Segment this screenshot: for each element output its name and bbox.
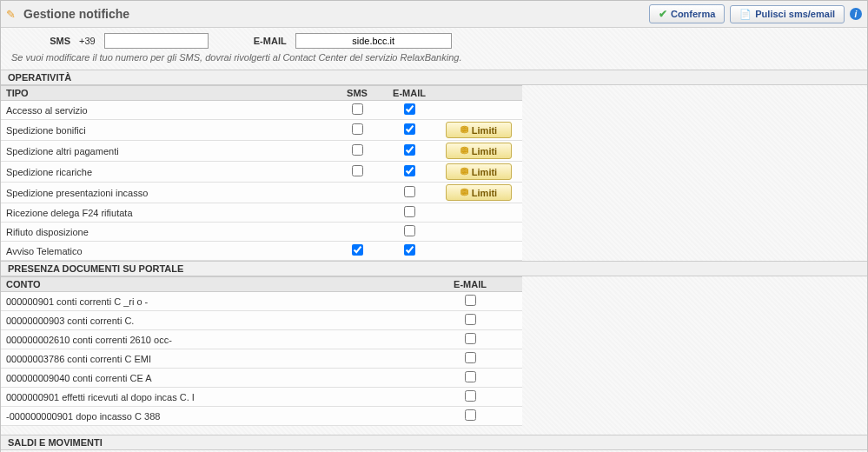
sms-prefix: +39 [79, 36, 96, 46]
helper-text: Se vuoi modificare il tuo numero per gli… [1, 50, 867, 70]
coins-icon: ⛃ [461, 166, 468, 177]
table-row: Spedizione altri pagamenti⛃Limiti [1, 141, 522, 162]
operativita-table: TIPO SMS E-MAIL Accesso al servizioSpedi… [1, 85, 522, 261]
table-row: 0000000901 effetti ricevuti al dopo inca… [1, 388, 522, 407]
tipo-cell: Avviso Telematico [1, 242, 331, 261]
table-row: 000000002610 conti correnti 2610 occ- [1, 330, 522, 349]
sms-checkbox[interactable] [352, 123, 363, 135]
table-row: 000000009040 conti correnti CE A [1, 369, 522, 388]
email-checkbox[interactable] [404, 123, 415, 135]
email-checkbox[interactable] [404, 206, 415, 217]
email-checkbox[interactable] [404, 165, 415, 176]
conto-cell: 00000003786 conti correnti C EMI [1, 349, 418, 369]
table-row: Accesso al servizio [1, 101, 522, 120]
email-label: E-MAIL [235, 36, 287, 46]
col-email: E-MAIL [383, 86, 435, 101]
email-cell [418, 407, 522, 426]
email-checkbox[interactable] [465, 390, 476, 402]
email-cell [383, 120, 435, 141]
col-email-presenza: E-MAIL [418, 277, 522, 292]
email-input[interactable] [295, 33, 452, 49]
table-row: Spedizione ricariche⛃Limiti [1, 162, 522, 183]
table-row: Rifiuto disposizione [1, 223, 522, 242]
section-presenza: PRESENZA DOCUMENTI SU PORTALE [1, 261, 867, 276]
sms-input[interactable] [104, 33, 209, 49]
email-checkbox[interactable] [465, 314, 476, 325]
sms-label: SMS [10, 36, 70, 46]
conto-cell: 000000009040 conti correnti CE A [1, 369, 418, 388]
limiti-button[interactable]: ⛃Limiti [446, 163, 512, 180]
contact-row: SMS +39 E-MAIL [1, 28, 867, 50]
sms-cell [331, 223, 383, 242]
sms-checkbox[interactable] [352, 165, 363, 176]
tipo-cell: Rifiuto disposizione [1, 223, 331, 242]
sms-cell [331, 120, 383, 141]
limiti-button[interactable]: ⛃Limiti [446, 184, 512, 201]
action-cell [435, 203, 522, 223]
email-cell [383, 183, 435, 203]
check-icon: ✔ [659, 8, 667, 20]
email-checkbox[interactable] [404, 103, 415, 115]
limiti-button[interactable]: ⛃Limiti [446, 122, 512, 138]
email-checkbox[interactable] [465, 371, 476, 382]
col-sms: SMS [331, 86, 383, 101]
action-cell [435, 223, 522, 242]
table-row: -000000000901 dopo incasso C 388 [1, 407, 522, 426]
email-cell [383, 242, 435, 261]
tipo-cell: Spedizione bonifici [1, 120, 331, 141]
sms-checkbox[interactable] [352, 103, 363, 115]
tipo-cell: Ricezione delega F24 rifiutata [1, 203, 331, 223]
sms-checkbox[interactable] [352, 244, 363, 256]
info-icon[interactable]: i [850, 8, 862, 20]
action-cell [435, 242, 522, 261]
confirm-button[interactable]: ✔ Conferma [649, 4, 725, 23]
coins-icon: ⛃ [461, 187, 468, 198]
limiti-button[interactable]: ⛃Limiti [446, 143, 512, 159]
col-action [435, 86, 522, 101]
clear-label: Pulisci sms/email [755, 9, 835, 19]
edit-icon [6, 8, 18, 20]
clear-button[interactable]: 📄 Pulisci sms/email [730, 5, 845, 23]
sms-checkbox[interactable] [352, 144, 363, 156]
conto-cell: 00000000903 conti correnti C. [1, 311, 418, 330]
table-row: Spedizione bonifici⛃Limiti [1, 120, 522, 141]
action-cell: ⛃Limiti [435, 120, 522, 141]
page-header: Gestione notifiche ✔ Conferma 📄 Pulisci … [1, 1, 867, 28]
tipo-cell: Spedizione altri pagamenti [1, 141, 331, 162]
email-cell [383, 203, 435, 223]
col-conto: CONTO [1, 277, 418, 292]
document-icon: 📄 [739, 9, 752, 20]
email-cell [383, 223, 435, 242]
sms-cell [331, 162, 383, 183]
sms-cell [331, 141, 383, 162]
conto-cell: -000000000901 dopo incasso C 388 [1, 407, 418, 426]
email-cell [383, 101, 435, 120]
action-cell: ⛃Limiti [435, 183, 522, 203]
sms-cell [331, 183, 383, 203]
limiti-label: Limiti [472, 188, 497, 198]
email-cell [383, 141, 435, 162]
table-row: 00000000903 conti correnti C. [1, 311, 522, 330]
email-checkbox[interactable] [404, 225, 415, 236]
email-cell [418, 311, 522, 330]
sms-cell [331, 242, 383, 261]
email-checkbox[interactable] [404, 144, 415, 156]
limiti-label: Limiti [472, 167, 497, 177]
email-checkbox[interactable] [465, 409, 476, 421]
table-row: Spedizione presentazioni incasso⛃Limiti [1, 183, 522, 203]
action-cell: ⛃Limiti [435, 162, 522, 183]
email-checkbox[interactable] [465, 333, 476, 344]
email-checkbox[interactable] [465, 295, 476, 306]
limiti-label: Limiti [472, 125, 497, 136]
email-cell [418, 349, 522, 369]
page-title: Gestione notifiche [23, 7, 129, 21]
table-row: 00000003786 conti correnti C EMI [1, 349, 522, 369]
email-checkbox[interactable] [404, 244, 415, 256]
coins-icon: ⛃ [461, 124, 468, 136]
email-checkbox[interactable] [404, 186, 415, 197]
section-saldi: SALDI E MOVIMENTI [1, 435, 867, 450]
email-cell [418, 369, 522, 388]
sms-cell [331, 203, 383, 223]
email-checkbox[interactable] [465, 352, 476, 363]
presenza-table: CONTO E-MAIL 000000901 conti correnti C … [1, 276, 522, 426]
